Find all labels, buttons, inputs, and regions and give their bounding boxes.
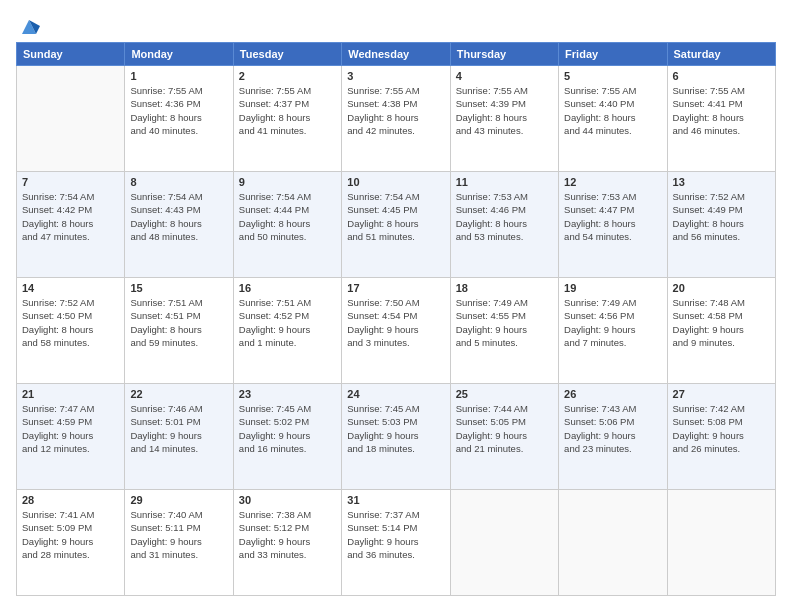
day-number: 19 <box>564 282 661 294</box>
header-saturday: Saturday <box>667 43 775 66</box>
day-number: 20 <box>673 282 770 294</box>
calendar-cell: 16Sunrise: 7:51 AM Sunset: 4:52 PM Dayli… <box>233 278 341 384</box>
day-number: 31 <box>347 494 444 506</box>
calendar-cell: 13Sunrise: 7:52 AM Sunset: 4:49 PM Dayli… <box>667 172 775 278</box>
day-number: 10 <box>347 176 444 188</box>
logo <box>16 16 40 32</box>
day-number: 30 <box>239 494 336 506</box>
calendar-cell: 12Sunrise: 7:53 AM Sunset: 4:47 PM Dayli… <box>559 172 667 278</box>
day-info: Sunrise: 7:37 AM Sunset: 5:14 PM Dayligh… <box>347 508 444 561</box>
week-row-3: 14Sunrise: 7:52 AM Sunset: 4:50 PM Dayli… <box>17 278 776 384</box>
calendar-cell: 8Sunrise: 7:54 AM Sunset: 4:43 PM Daylig… <box>125 172 233 278</box>
calendar-cell: 6Sunrise: 7:55 AM Sunset: 4:41 PM Daylig… <box>667 66 775 172</box>
day-info: Sunrise: 7:55 AM Sunset: 4:39 PM Dayligh… <box>456 84 553 137</box>
day-number: 29 <box>130 494 227 506</box>
day-number: 24 <box>347 388 444 400</box>
day-info: Sunrise: 7:41 AM Sunset: 5:09 PM Dayligh… <box>22 508 119 561</box>
day-info: Sunrise: 7:55 AM Sunset: 4:36 PM Dayligh… <box>130 84 227 137</box>
calendar-cell: 22Sunrise: 7:46 AM Sunset: 5:01 PM Dayli… <box>125 384 233 490</box>
calendar-cell: 25Sunrise: 7:44 AM Sunset: 5:05 PM Dayli… <box>450 384 558 490</box>
calendar-cell: 3Sunrise: 7:55 AM Sunset: 4:38 PM Daylig… <box>342 66 450 172</box>
calendar-cell <box>450 490 558 596</box>
day-number: 18 <box>456 282 553 294</box>
day-info: Sunrise: 7:44 AM Sunset: 5:05 PM Dayligh… <box>456 402 553 455</box>
day-number: 28 <box>22 494 119 506</box>
week-row-5: 28Sunrise: 7:41 AM Sunset: 5:09 PM Dayli… <box>17 490 776 596</box>
calendar-cell: 7Sunrise: 7:54 AM Sunset: 4:42 PM Daylig… <box>17 172 125 278</box>
calendar-table: Sunday Monday Tuesday Wednesday Thursday… <box>16 42 776 596</box>
day-info: Sunrise: 7:45 AM Sunset: 5:02 PM Dayligh… <box>239 402 336 455</box>
day-info: Sunrise: 7:49 AM Sunset: 4:56 PM Dayligh… <box>564 296 661 349</box>
day-number: 13 <box>673 176 770 188</box>
day-info: Sunrise: 7:47 AM Sunset: 4:59 PM Dayligh… <box>22 402 119 455</box>
header-tuesday: Tuesday <box>233 43 341 66</box>
day-info: Sunrise: 7:55 AM Sunset: 4:41 PM Dayligh… <box>673 84 770 137</box>
day-number: 27 <box>673 388 770 400</box>
header <box>16 16 776 32</box>
calendar-cell: 28Sunrise: 7:41 AM Sunset: 5:09 PM Dayli… <box>17 490 125 596</box>
day-number: 4 <box>456 70 553 82</box>
day-number: 23 <box>239 388 336 400</box>
day-number: 25 <box>456 388 553 400</box>
weekday-header-row: Sunday Monday Tuesday Wednesday Thursday… <box>17 43 776 66</box>
calendar-cell: 31Sunrise: 7:37 AM Sunset: 5:14 PM Dayli… <box>342 490 450 596</box>
day-info: Sunrise: 7:54 AM Sunset: 4:43 PM Dayligh… <box>130 190 227 243</box>
calendar-cell: 4Sunrise: 7:55 AM Sunset: 4:39 PM Daylig… <box>450 66 558 172</box>
day-info: Sunrise: 7:55 AM Sunset: 4:40 PM Dayligh… <box>564 84 661 137</box>
calendar-cell: 21Sunrise: 7:47 AM Sunset: 4:59 PM Dayli… <box>17 384 125 490</box>
day-number: 14 <box>22 282 119 294</box>
day-info: Sunrise: 7:54 AM Sunset: 4:44 PM Dayligh… <box>239 190 336 243</box>
day-info: Sunrise: 7:53 AM Sunset: 4:47 PM Dayligh… <box>564 190 661 243</box>
day-number: 1 <box>130 70 227 82</box>
day-info: Sunrise: 7:51 AM Sunset: 4:51 PM Dayligh… <box>130 296 227 349</box>
day-info: Sunrise: 7:53 AM Sunset: 4:46 PM Dayligh… <box>456 190 553 243</box>
day-info: Sunrise: 7:46 AM Sunset: 5:01 PM Dayligh… <box>130 402 227 455</box>
day-info: Sunrise: 7:54 AM Sunset: 4:45 PM Dayligh… <box>347 190 444 243</box>
week-row-1: 1Sunrise: 7:55 AM Sunset: 4:36 PM Daylig… <box>17 66 776 172</box>
day-number: 12 <box>564 176 661 188</box>
calendar-cell: 19Sunrise: 7:49 AM Sunset: 4:56 PM Dayli… <box>559 278 667 384</box>
calendar-cell: 26Sunrise: 7:43 AM Sunset: 5:06 PM Dayli… <box>559 384 667 490</box>
day-number: 2 <box>239 70 336 82</box>
calendar-cell: 10Sunrise: 7:54 AM Sunset: 4:45 PM Dayli… <box>342 172 450 278</box>
day-number: 8 <box>130 176 227 188</box>
day-info: Sunrise: 7:55 AM Sunset: 4:38 PM Dayligh… <box>347 84 444 137</box>
day-number: 15 <box>130 282 227 294</box>
day-info: Sunrise: 7:49 AM Sunset: 4:55 PM Dayligh… <box>456 296 553 349</box>
day-info: Sunrise: 7:40 AM Sunset: 5:11 PM Dayligh… <box>130 508 227 561</box>
day-number: 3 <box>347 70 444 82</box>
day-info: Sunrise: 7:43 AM Sunset: 5:06 PM Dayligh… <box>564 402 661 455</box>
day-number: 11 <box>456 176 553 188</box>
logo-icon <box>18 16 40 38</box>
day-number: 16 <box>239 282 336 294</box>
day-info: Sunrise: 7:51 AM Sunset: 4:52 PM Dayligh… <box>239 296 336 349</box>
week-row-2: 7Sunrise: 7:54 AM Sunset: 4:42 PM Daylig… <box>17 172 776 278</box>
day-info: Sunrise: 7:38 AM Sunset: 5:12 PM Dayligh… <box>239 508 336 561</box>
header-monday: Monday <box>125 43 233 66</box>
day-info: Sunrise: 7:50 AM Sunset: 4:54 PM Dayligh… <box>347 296 444 349</box>
day-number: 26 <box>564 388 661 400</box>
calendar-cell: 2Sunrise: 7:55 AM Sunset: 4:37 PM Daylig… <box>233 66 341 172</box>
day-number: 5 <box>564 70 661 82</box>
calendar-cell: 1Sunrise: 7:55 AM Sunset: 4:36 PM Daylig… <box>125 66 233 172</box>
calendar-cell: 23Sunrise: 7:45 AM Sunset: 5:02 PM Dayli… <box>233 384 341 490</box>
calendar-cell: 5Sunrise: 7:55 AM Sunset: 4:40 PM Daylig… <box>559 66 667 172</box>
day-info: Sunrise: 7:48 AM Sunset: 4:58 PM Dayligh… <box>673 296 770 349</box>
calendar-cell: 24Sunrise: 7:45 AM Sunset: 5:03 PM Dayli… <box>342 384 450 490</box>
calendar-cell: 14Sunrise: 7:52 AM Sunset: 4:50 PM Dayli… <box>17 278 125 384</box>
day-info: Sunrise: 7:52 AM Sunset: 4:49 PM Dayligh… <box>673 190 770 243</box>
calendar-cell: 27Sunrise: 7:42 AM Sunset: 5:08 PM Dayli… <box>667 384 775 490</box>
day-number: 17 <box>347 282 444 294</box>
day-number: 22 <box>130 388 227 400</box>
calendar-cell <box>667 490 775 596</box>
calendar-cell: 20Sunrise: 7:48 AM Sunset: 4:58 PM Dayli… <box>667 278 775 384</box>
calendar-cell: 17Sunrise: 7:50 AM Sunset: 4:54 PM Dayli… <box>342 278 450 384</box>
day-info: Sunrise: 7:42 AM Sunset: 5:08 PM Dayligh… <box>673 402 770 455</box>
day-number: 6 <box>673 70 770 82</box>
week-row-4: 21Sunrise: 7:47 AM Sunset: 4:59 PM Dayli… <box>17 384 776 490</box>
calendar-cell: 11Sunrise: 7:53 AM Sunset: 4:46 PM Dayli… <box>450 172 558 278</box>
day-number: 7 <box>22 176 119 188</box>
day-number: 21 <box>22 388 119 400</box>
header-thursday: Thursday <box>450 43 558 66</box>
calendar-cell <box>559 490 667 596</box>
